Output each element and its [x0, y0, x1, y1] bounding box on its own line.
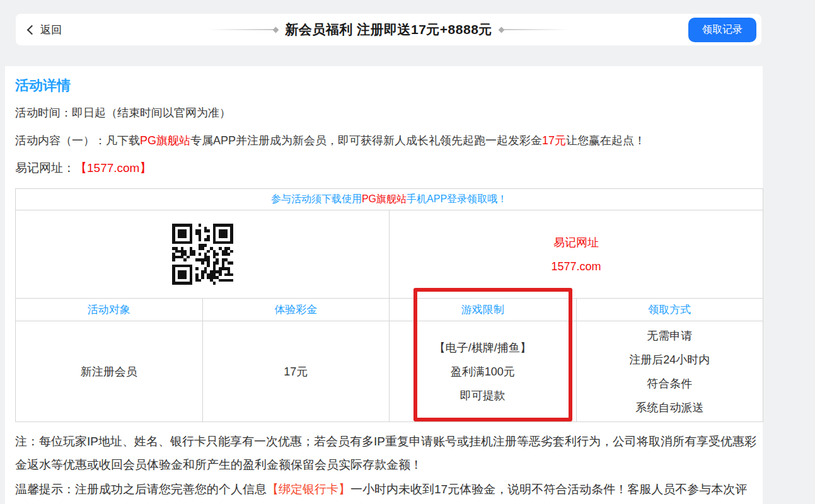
- brand-name: PG旗舰站: [140, 134, 190, 147]
- bonus-amount: 17元: [542, 134, 566, 147]
- cell-game-limit: 【电子/棋牌/捕鱼】 盈利满100元 即可提款: [390, 321, 577, 422]
- qr-row: 易记网址 1577.com: [16, 210, 763, 299]
- url-label: 易记网址：: [15, 161, 75, 175]
- claim-method-line: 符合条件: [577, 372, 763, 396]
- promo-table-wrap: 参与活动须下载使用PG旗舰站手机APP登录领取哦！ 易记网址 1577.com …: [15, 188, 763, 422]
- qr-cell: [16, 210, 390, 299]
- tip-text: 温馨提示：注册成功之后请您完善您的个人信息【绑定银行卡】一小时内未收到17元体验…: [15, 478, 759, 504]
- table-header-row: 活动对象 体验彩金 游戏限制 领取方式: [16, 299, 763, 321]
- page-title: 新会员福利 注册即送17元+8888元: [285, 21, 492, 38]
- header-bar: 返回 新会员福利 注册即送17元+8888元 领取记录: [16, 14, 761, 45]
- content-prefix: 活动内容（一）：凡下载: [15, 134, 140, 147]
- qr-url-title: 易记网址: [390, 235, 763, 250]
- col-header-target: 活动对象: [16, 299, 203, 321]
- notice-brand: PG旗舰站: [362, 193, 407, 204]
- notice-row: 参与活动须下载使用PG旗舰站手机APP登录领取哦！: [16, 189, 763, 210]
- easy-url-line: 易记网址：【1577.com】: [15, 161, 758, 176]
- tip-highlight: 【绑定银行卡】: [267, 483, 350, 496]
- promo-table: 参与活动须下载使用PG旗舰站手机APP登录领取哦！ 易记网址 1577.com …: [15, 188, 763, 422]
- page-title-group: 新会员福利 注册即送17元+8888元: [16, 14, 761, 45]
- col-header-claim-method: 领取方式: [576, 299, 763, 321]
- cell-bonus: 17元: [202, 321, 390, 422]
- back-label: 返回: [40, 23, 62, 37]
- content-card: 活动详情 活动时间：即日起（结束时间以官网为准） 活动内容（一）：凡下载PG旗舰…: [5, 66, 763, 504]
- content-mid: 专属APP并注册成为新会员，即可获得新人成长礼领先起跑一起发彩金: [190, 134, 542, 147]
- activity-time-line: 活动时间：即日起（结束时间以官网为准）: [15, 105, 758, 120]
- game-limit-lines: 【电子/棋牌/捕鱼】 盈利满100元 即可提款: [390, 336, 576, 408]
- cell-claim-method: 无需申请 注册后24小时内 符合条件 系统自动派送: [576, 321, 763, 422]
- content-suffix: 让您赢在起点！: [566, 134, 645, 147]
- note-text: 注：每位玩家IP地址、姓名、银行卡只能享有一次优惠；若会员有多IP重复申请账号或…: [15, 430, 759, 476]
- activity-content-line: 活动内容（一）：凡下载PG旗舰站专属APP并注册成为新会员，即可获得新人成长礼领…: [15, 133, 758, 148]
- tip-prefix: 温馨提示：注册成功之后请您完善您的个人信息: [15, 483, 267, 496]
- qr-code: [172, 224, 233, 285]
- col-header-bonus: 体验彩金: [202, 299, 390, 321]
- notice-suffix: 手机APP登录领取哦！: [407, 193, 507, 204]
- qr-url-cell: 易记网址 1577.com: [390, 210, 763, 299]
- cell-target: 新注册会员: [16, 321, 203, 422]
- claim-method-line: 系统自动派送: [577, 396, 763, 420]
- claim-method-lines: 无需申请 注册后24小时内 符合条件 系统自动派送: [577, 324, 763, 420]
- notice-cell: 参与活动须下载使用PG旗舰站手机APP登录领取哦！: [16, 189, 763, 210]
- title-decoration-right: [500, 28, 569, 32]
- game-limit-line: 盈利满100元: [390, 360, 576, 384]
- notice-prefix: 参与活动须下载使用: [271, 193, 362, 204]
- section-title: 活动详情: [15, 76, 758, 95]
- back-button[interactable]: 返回: [25, 19, 64, 41]
- qr-url-value: 1577.com: [390, 260, 763, 273]
- claim-record-button[interactable]: 领取记录: [688, 18, 756, 42]
- claim-method-line: 无需申请: [577, 324, 763, 348]
- game-limit-line: 即可提款: [390, 384, 576, 408]
- title-decoration-left: [208, 28, 277, 32]
- game-limit-line: 【电子/棋牌/捕鱼】: [390, 336, 576, 360]
- chevron-left-icon: [27, 25, 37, 35]
- url-value: 【1577.com】: [75, 161, 151, 175]
- col-header-game-limit: 游戏限制: [390, 299, 577, 321]
- claim-method-line: 注册后24小时内: [577, 348, 763, 372]
- table-body-row: 新注册会员 17元 【电子/棋牌/捕鱼】 盈利满100元 即可提款 无需申请 注…: [16, 321, 763, 422]
